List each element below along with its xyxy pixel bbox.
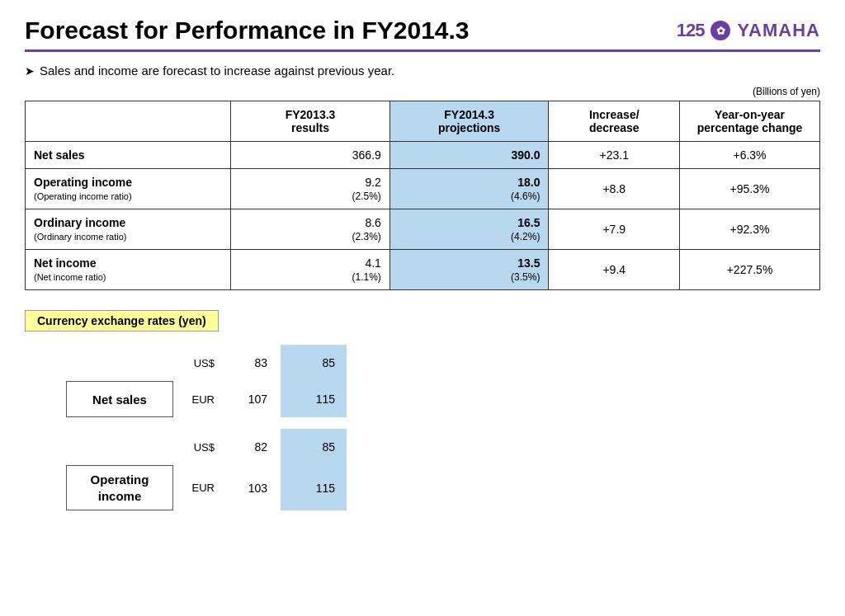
cell-increase-3: +9.4	[549, 250, 680, 290]
table-row: Ordinary income(Ordinary income ratio)8.…	[26, 209, 820, 250]
op-income-box: Operating income	[66, 465, 173, 510]
cell-fy2013-1: 9.2(2.5%)	[231, 169, 390, 209]
cell-fy2014-2: 16.5(4.2%)	[389, 209, 549, 250]
net-sales-eur-old: 107	[223, 393, 281, 406]
currency-header: Currency exchange rates (yen)	[25, 310, 219, 332]
page-header: Forecast for Performance in FY2014.3 125…	[25, 16, 820, 52]
table-row: Operating income(Operating income ratio)…	[26, 169, 820, 209]
net-sales-usd-label: US$	[173, 357, 223, 369]
subtitle: ➤ Sales and income are forecast to incre…	[25, 63, 820, 78]
op-income-usd-label: US$	[173, 441, 223, 454]
cell-yoy-3: +227.5%	[680, 250, 820, 290]
op-income-usd-old: 82	[223, 440, 281, 454]
cell-yoy-0: +6.3%	[680, 142, 820, 169]
table-row: Net sales366.9390.0+23.1+6.3%	[26, 142, 820, 169]
cell-yoy-2: +92.3%	[680, 209, 820, 250]
page-title: Forecast for Performance in FY2014.3	[25, 16, 470, 45]
currency-section: Currency exchange rates (yen) US$ 83 85 …	[25, 310, 820, 510]
cell-fy2013-3: 4.1(1.1%)	[231, 250, 390, 290]
row-label-3: Net income(Net income ratio)	[26, 250, 231, 290]
tuning-fork-icon: ✿	[709, 19, 732, 42]
cell-fy2014-3: 13.5(3.5%)	[389, 250, 549, 290]
cell-fy2013-0: 366.9	[231, 142, 390, 169]
net-sales-currency-group: US$ 83 85 Net sales EUR 107 115	[66, 345, 347, 417]
cell-fy2014-1: 18.0(4.6%)	[389, 169, 549, 209]
net-sales-usd-new: 85	[281, 345, 347, 381]
arrow-icon: ➤	[25, 64, 35, 78]
row-label-0: Net sales	[26, 142, 231, 169]
cell-increase-0: +23.1	[549, 142, 680, 169]
yamaha-logo: 125 ✿ YAMAHA	[677, 19, 820, 42]
col-header-increase: Increase/ decrease	[549, 101, 680, 142]
logo-yamaha: YAMAHA	[737, 20, 820, 41]
net-sales-eur-label: EUR	[173, 393, 223, 406]
units-label: (Billions of yen)	[25, 86, 820, 97]
cell-increase-1: +8.8	[549, 169, 680, 209]
op-income-eur-new: 115	[281, 465, 347, 510]
performance-table: FY2013.3 results FY2014.3 projections In…	[25, 101, 820, 290]
logo-125: 125	[677, 20, 705, 41]
row-label-2: Ordinary income(Ordinary income ratio)	[26, 209, 231, 250]
net-sales-usd-old: 83	[223, 356, 281, 369]
col-header-label	[26, 101, 231, 142]
cell-increase-2: +7.9	[549, 209, 680, 250]
cell-yoy-1: +95.3%	[680, 169, 820, 209]
col-header-fy2014: FY2014.3 projections	[389, 101, 549, 142]
cell-fy2014-0: 390.0	[389, 142, 549, 169]
net-sales-eur-new: 115	[281, 381, 347, 417]
cell-fy2013-2: 8.6(2.3%)	[231, 209, 390, 250]
op-income-eur-label: EUR	[173, 482, 223, 494]
row-label-1: Operating income(Operating income ratio)	[26, 169, 231, 209]
net-sales-box: Net sales	[66, 381, 173, 417]
op-income-usd-new: 85	[281, 429, 347, 465]
col-header-fy2013: FY2013.3 results	[231, 101, 390, 142]
table-row: Net income(Net income ratio)4.1(1.1%)13.…	[26, 250, 820, 290]
svg-text:✿: ✿	[716, 25, 725, 37]
operating-income-currency-group: US$ 82 85 Operating income EUR 103 115	[66, 429, 347, 510]
col-header-yoy: Year-on-year percentage change	[680, 101, 820, 142]
op-income-eur-old: 103	[223, 482, 281, 495]
